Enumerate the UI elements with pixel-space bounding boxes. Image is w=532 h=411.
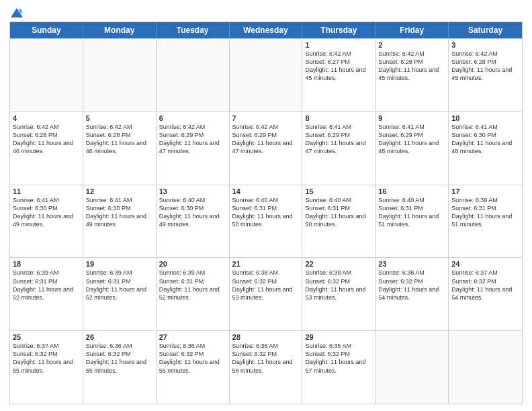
calendar-cell-1-6: 10Sunrise: 6:41 AM Sunset: 6:30 PM Dayli… <box>449 112 522 185</box>
header-day-monday: Monday <box>83 22 157 38</box>
calendar-cell-1-5: 9Sunrise: 6:41 AM Sunset: 6:29 PM Daylig… <box>375 112 449 185</box>
logo <box>9 7 23 17</box>
day-number: 19 <box>86 260 153 268</box>
day-info: Sunrise: 6:36 AM Sunset: 6:32 PM Dayligh… <box>232 342 300 375</box>
calendar: SundayMondayTuesdayWednesdayThursdayFrid… <box>9 21 523 404</box>
day-number: 21 <box>232 260 300 268</box>
day-info: Sunrise: 6:38 AM Sunset: 6:32 PM Dayligh… <box>305 269 372 302</box>
day-number: 22 <box>305 260 372 268</box>
calendar-row-3: 18Sunrise: 6:39 AM Sunset: 6:31 PM Dayli… <box>10 257 522 330</box>
day-number: 17 <box>451 187 519 195</box>
logo-icon <box>11 7 23 19</box>
calendar-cell-0-4: 1Sunrise: 6:42 AM Sunset: 6:27 PM Daylig… <box>302 39 375 111</box>
calendar-row-0: 1Sunrise: 6:42 AM Sunset: 6:27 PM Daylig… <box>10 38 522 111</box>
day-info: Sunrise: 6:39 AM Sunset: 6:31 PM Dayligh… <box>159 269 226 302</box>
day-info: Sunrise: 6:42 AM Sunset: 6:28 PM Dayligh… <box>378 50 445 83</box>
day-info: Sunrise: 6:41 AM Sunset: 6:29 PM Dayligh… <box>305 123 372 156</box>
day-number: 29 <box>305 333 372 341</box>
day-info: Sunrise: 6:41 AM Sunset: 6:30 PM Dayligh… <box>13 196 80 229</box>
calendar-cell-4-5 <box>375 331 449 404</box>
day-number: 25 <box>13 333 80 341</box>
page: SundayMondayTuesdayWednesdayThursdayFrid… <box>0 0 532 411</box>
calendar-cell-2-3: 14Sunrise: 6:40 AM Sunset: 6:31 PM Dayli… <box>230 185 303 258</box>
calendar-cell-3-2: 20Sunrise: 6:39 AM Sunset: 6:31 PM Dayli… <box>157 258 230 330</box>
calendar-cell-2-0: 11Sunrise: 6:41 AM Sunset: 6:30 PM Dayli… <box>10 185 83 258</box>
calendar-cell-2-5: 16Sunrise: 6:40 AM Sunset: 6:31 PM Dayli… <box>375 185 449 258</box>
calendar-cell-0-6: 3Sunrise: 6:42 AM Sunset: 6:28 PM Daylig… <box>449 39 522 111</box>
day-number: 24 <box>451 260 519 268</box>
day-info: Sunrise: 6:42 AM Sunset: 6:28 PM Dayligh… <box>451 50 519 83</box>
calendar-cell-0-5: 2Sunrise: 6:42 AM Sunset: 6:28 PM Daylig… <box>375 39 449 111</box>
calendar-cell-3-5: 23Sunrise: 6:38 AM Sunset: 6:32 PM Dayli… <box>375 258 449 330</box>
header-day-friday: Friday <box>375 22 449 38</box>
day-info: Sunrise: 6:38 AM Sunset: 6:32 PM Dayligh… <box>378 269 445 302</box>
day-number: 28 <box>232 333 300 341</box>
header-day-wednesday: Wednesday <box>230 22 303 38</box>
day-number: 27 <box>159 333 226 341</box>
header-day-sunday: Sunday <box>10 22 83 38</box>
day-info: Sunrise: 6:39 AM Sunset: 6:31 PM Dayligh… <box>451 196 519 229</box>
day-info: Sunrise: 6:42 AM Sunset: 6:28 PM Dayligh… <box>86 123 153 156</box>
day-number: 14 <box>232 187 300 195</box>
calendar-cell-2-4: 15Sunrise: 6:40 AM Sunset: 6:31 PM Dayli… <box>302 185 375 258</box>
day-number: 5 <box>86 114 153 122</box>
day-number: 3 <box>451 41 519 49</box>
calendar-cell-1-4: 8Sunrise: 6:41 AM Sunset: 6:29 PM Daylig… <box>302 112 375 185</box>
day-info: Sunrise: 6:42 AM Sunset: 6:27 PM Dayligh… <box>305 50 372 83</box>
day-number: 7 <box>232 114 300 122</box>
calendar-cell-3-3: 21Sunrise: 6:38 AM Sunset: 6:32 PM Dayli… <box>230 258 303 330</box>
day-number: 6 <box>159 114 226 122</box>
day-number: 10 <box>451 114 519 122</box>
day-number: 1 <box>305 41 372 49</box>
calendar-cell-2-1: 12Sunrise: 6:41 AM Sunset: 6:30 PM Dayli… <box>83 185 157 258</box>
calendar-cell-0-1 <box>83 39 157 111</box>
calendar-cell-2-2: 13Sunrise: 6:40 AM Sunset: 6:30 PM Dayli… <box>157 185 230 258</box>
day-info: Sunrise: 6:41 AM Sunset: 6:30 PM Dayligh… <box>451 123 519 156</box>
calendar-cell-4-6 <box>449 331 522 404</box>
day-info: Sunrise: 6:36 AM Sunset: 6:32 PM Dayligh… <box>86 342 153 375</box>
calendar-cell-4-2: 27Sunrise: 6:36 AM Sunset: 6:32 PM Dayli… <box>157 331 230 404</box>
header-day-tuesday: Tuesday <box>157 22 230 38</box>
day-number: 9 <box>378 114 445 122</box>
day-number: 15 <box>305 187 372 195</box>
day-number: 8 <box>305 114 372 122</box>
day-info: Sunrise: 6:40 AM Sunset: 6:31 PM Dayligh… <box>232 196 300 229</box>
calendar-cell-3-0: 18Sunrise: 6:39 AM Sunset: 6:31 PM Dayli… <box>10 258 83 330</box>
day-info: Sunrise: 6:42 AM Sunset: 6:29 PM Dayligh… <box>159 123 226 156</box>
calendar-cell-4-4: 29Sunrise: 6:35 AM Sunset: 6:32 PM Dayli… <box>302 331 375 404</box>
day-number: 16 <box>378 187 445 195</box>
calendar-cell-4-3: 28Sunrise: 6:36 AM Sunset: 6:32 PM Dayli… <box>230 331 303 404</box>
day-info: Sunrise: 6:36 AM Sunset: 6:32 PM Dayligh… <box>159 342 226 375</box>
day-number: 11 <box>13 187 80 195</box>
calendar-cell-2-6: 17Sunrise: 6:39 AM Sunset: 6:31 PM Dayli… <box>449 185 522 258</box>
day-number: 2 <box>378 41 445 49</box>
calendar-cell-1-3: 7Sunrise: 6:42 AM Sunset: 6:29 PM Daylig… <box>230 112 303 185</box>
calendar-row-4: 25Sunrise: 6:37 AM Sunset: 6:32 PM Dayli… <box>10 330 522 404</box>
day-info: Sunrise: 6:39 AM Sunset: 6:31 PM Dayligh… <box>13 269 80 302</box>
day-info: Sunrise: 6:41 AM Sunset: 6:30 PM Dayligh… <box>86 196 153 229</box>
day-info: Sunrise: 6:37 AM Sunset: 6:32 PM Dayligh… <box>13 342 80 375</box>
calendar-cell-0-0 <box>10 39 83 111</box>
day-info: Sunrise: 6:40 AM Sunset: 6:30 PM Dayligh… <box>159 196 226 229</box>
calendar-cell-4-1: 26Sunrise: 6:36 AM Sunset: 6:32 PM Dayli… <box>83 331 157 404</box>
header-day-saturday: Saturday <box>449 22 522 38</box>
day-info: Sunrise: 6:41 AM Sunset: 6:29 PM Dayligh… <box>378 123 445 156</box>
day-info: Sunrise: 6:40 AM Sunset: 6:31 PM Dayligh… <box>305 196 372 229</box>
day-info: Sunrise: 6:37 AM Sunset: 6:32 PM Dayligh… <box>451 269 519 302</box>
calendar-body: 1Sunrise: 6:42 AM Sunset: 6:27 PM Daylig… <box>10 38 522 404</box>
day-info: Sunrise: 6:38 AM Sunset: 6:32 PM Dayligh… <box>232 269 300 302</box>
calendar-cell-1-0: 4Sunrise: 6:42 AM Sunset: 6:28 PM Daylig… <box>10 112 83 185</box>
calendar-cell-3-1: 19Sunrise: 6:39 AM Sunset: 6:31 PM Dayli… <box>83 258 157 330</box>
day-info: Sunrise: 6:35 AM Sunset: 6:32 PM Dayligh… <box>305 342 372 375</box>
day-number: 18 <box>13 260 80 268</box>
day-number: 26 <box>86 333 153 341</box>
calendar-cell-0-2 <box>157 39 230 111</box>
day-number: 20 <box>159 260 226 268</box>
day-number: 4 <box>13 114 80 122</box>
day-info: Sunrise: 6:40 AM Sunset: 6:31 PM Dayligh… <box>378 196 445 229</box>
calendar-cell-1-1: 5Sunrise: 6:42 AM Sunset: 6:28 PM Daylig… <box>83 112 157 185</box>
day-info: Sunrise: 6:42 AM Sunset: 6:28 PM Dayligh… <box>13 123 80 156</box>
day-number: 13 <box>159 187 226 195</box>
day-number: 12 <box>86 187 153 195</box>
calendar-header: SundayMondayTuesdayWednesdayThursdayFrid… <box>10 22 522 38</box>
